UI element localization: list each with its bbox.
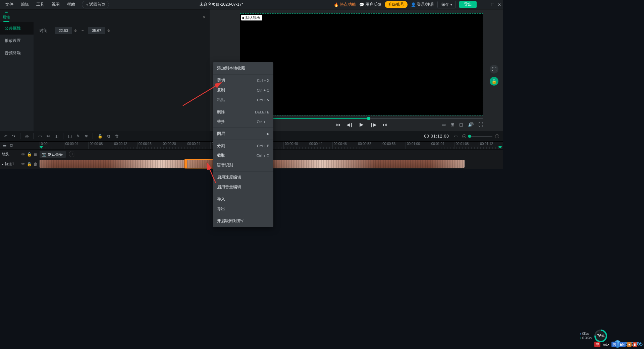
sidebar-item-playback[interactable]: 播放设置 <box>0 35 34 47</box>
grid-icon[interactable]: ⊞ <box>450 122 454 127</box>
ctx-item[interactable]: 启用音量编辑 <box>213 182 273 192</box>
menu-file[interactable]: 文件 <box>2 0 17 9</box>
ctx-item[interactable]: 启用速度编辑 <box>213 172 273 182</box>
zoom-in-icon[interactable]: + <box>495 134 499 138</box>
menu-view[interactable]: 视图 <box>48 0 63 9</box>
trash-track-icon[interactable]: 🗑 <box>34 152 38 157</box>
menu-help[interactable]: 帮助 <box>64 0 78 9</box>
lock-track-icon[interactable]: 🔒 <box>27 162 32 166</box>
screenshot-icon[interactable]: ▭ <box>441 122 446 127</box>
mirror-icon[interactable]: ◫ <box>55 134 58 139</box>
lock-tool-icon[interactable]: 🔒 <box>98 134 103 139</box>
timecode-display: 00:01:12.00 <box>424 134 449 139</box>
target-icon[interactable]: ◎ <box>25 134 29 139</box>
hot-features-button[interactable]: 🔥热点功能 <box>334 2 356 7</box>
home-icon: ⌂ <box>86 2 88 7</box>
skip-end-icon[interactable]: ⏭ <box>383 122 387 127</box>
shot-clip[interactable]: 📷 默认镜头 <box>40 151 66 158</box>
mark-icon[interactable]: ▢ <box>68 134 72 139</box>
trash-track-icon[interactable]: 🗑 <box>34 162 38 166</box>
sidebar-item-public-props[interactable]: 公共属性 <box>0 22 34 35</box>
feedback-label: 用户反馈 <box>365 2 381 7</box>
properties-tab[interactable]: ≡ 属性 <box>3 9 10 22</box>
edit-icon[interactable]: ✎ <box>76 134 80 139</box>
undo-icon[interactable]: ↶ <box>4 134 7 139</box>
zoom-out-icon[interactable]: − <box>462 134 466 138</box>
properties-sidebar: 公共属性 播放设置 音频降噪 <box>0 22 34 131</box>
step-forward-icon[interactable]: ❙▶ <box>370 122 377 127</box>
lock-track-icon[interactable]: 🔒 <box>27 152 32 157</box>
copy-icon[interactable]: ⧉ <box>107 134 110 139</box>
properties-tab-label: 属性 <box>3 15 10 21</box>
add-shot-button[interactable]: + <box>69 151 75 157</box>
properties-panel: ≡ 属性 × 公共属性 播放设置 音频降噪 时间 22.63 ~ 35.67 <box>0 9 210 131</box>
redo-icon[interactable]: ↷ <box>12 134 15 139</box>
menu-tools[interactable]: 工具 <box>33 0 48 9</box>
expand-icon[interactable]: ▸ <box>2 162 4 166</box>
crop-button[interactable]: ⛶ <box>490 65 498 73</box>
range-end-marker[interactable] <box>498 146 502 149</box>
shot-badge: ■ 默认镜头 <box>241 15 262 20</box>
menu-edit[interactable]: 编辑 <box>17 0 32 9</box>
panel-close-icon[interactable]: × <box>203 14 207 22</box>
ctx-item[interactable]: 分割Ctrl + B <box>213 141 273 151</box>
maximize-icon[interactable]: ☐ <box>491 2 494 7</box>
ctx-item[interactable]: 添加到本地收藏 <box>213 63 273 73</box>
ctx-item[interactable]: 复制Ctrl + C <box>213 85 273 95</box>
ctx-item[interactable]: 语音识别 <box>213 160 273 170</box>
crop-tool-icon[interactable]: ✂ <box>47 134 50 139</box>
home-button[interactable]: ⌂ 返回首页 <box>82 1 109 8</box>
layers-icon[interactable]: ≋ <box>85 134 88 139</box>
safe-zone-icon[interactable]: ◻ <box>459 122 463 127</box>
project-title: 未命名项目-2023-07-17* <box>110 2 333 7</box>
eye-icon[interactable]: 👁 <box>21 162 25 166</box>
ctx-item[interactable]: 截取Ctrl + G <box>213 151 273 160</box>
skip-start-icon[interactable]: ⏮ <box>336 122 340 127</box>
hot-label: 热点功能 <box>340 2 356 7</box>
zoom-slider[interactable] <box>469 136 492 137</box>
audio-track-label: 轨道1 <box>5 162 14 166</box>
shot-track-label: 镜头 <box>2 152 9 157</box>
ctx-item[interactable]: 图层▶ <box>213 129 273 139</box>
ctx-item[interactable]: 开启吸附对齐√ <box>213 216 273 226</box>
ctx-item[interactable]: 替换Ctrl + H <box>213 117 273 127</box>
track-menu-icon[interactable]: ☰ <box>3 143 7 148</box>
ctx-item[interactable]: 导出 <box>213 204 273 214</box>
step-back-icon[interactable]: ◀❙ <box>346 122 354 127</box>
range-start-marker[interactable] <box>40 146 43 149</box>
time-from-input[interactable]: 22.63 <box>55 27 72 34</box>
user-icon: 👤 <box>411 2 416 7</box>
chevron-down-icon: ▾ <box>450 3 452 6</box>
delete-icon[interactable]: 🗑 <box>115 134 119 139</box>
minimize-icon[interactable]: — <box>483 2 487 7</box>
transport-controls: ⏮ ◀❙ ▶ ❙▶ ⏭ ▭ ⊞ ◻ 🔊 ⛶ <box>240 119 483 130</box>
properties-form: 时间 22.63 ~ 35.67 <box>34 22 210 131</box>
track-copy-icon[interactable]: ⧉ <box>10 143 13 148</box>
login-button[interactable]: 👤登录/注册 <box>411 2 434 7</box>
ratio-icon[interactable]: ▭ <box>38 134 42 139</box>
time-from-spinner[interactable] <box>74 27 77 34</box>
chat-icon: 💬 <box>359 2 364 7</box>
sidebar-item-audio-denoise[interactable]: 音频降噪 <box>0 47 34 59</box>
properties-header: ≡ 属性 × <box>0 9 210 22</box>
shot-badge-label: 默认镜头 <box>246 15 260 20</box>
time-to-input[interactable]: 35.67 <box>88 27 105 34</box>
eye-icon[interactable]: 👁 <box>21 152 25 157</box>
lock-button[interactable]: 🔒 <box>490 77 498 86</box>
play-icon[interactable]: ▶ <box>360 121 364 128</box>
ctx-item[interactable]: 删除DELETE <box>213 107 273 117</box>
shot-track-header: 镜头 👁 🔒 🗑 <box>0 150 40 159</box>
fullscreen-icon[interactable]: ⛶ <box>478 122 483 127</box>
aspect-icon[interactable]: ▭ <box>454 134 458 139</box>
ctx-item[interactable]: 导入 <box>213 194 273 204</box>
crop-icon: ⛶ <box>492 67 496 72</box>
time-to-spinner[interactable] <box>107 27 111 34</box>
upgrade-button[interactable]: 升级账号 <box>385 1 408 8</box>
feedback-button[interactable]: 💬用户反馈 <box>359 2 381 7</box>
ctx-item[interactable]: 剪切Ctrl + X <box>213 76 273 85</box>
save-button[interactable]: 保存▾ <box>437 1 456 8</box>
close-icon[interactable]: ✕ <box>498 2 501 7</box>
export-button[interactable]: 导出 <box>459 1 477 8</box>
preview-canvas[interactable]: ■ 默认镜头 <box>240 13 483 115</box>
volume-icon[interactable]: 🔊 <box>468 122 474 127</box>
